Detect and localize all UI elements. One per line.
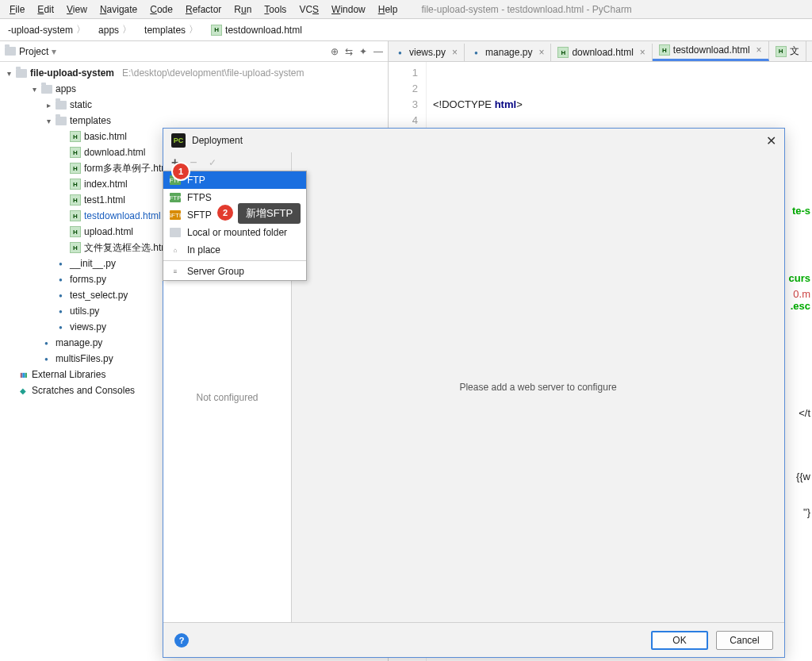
editor-tab[interactable]: manage.py× [465, 44, 551, 61]
html-file-icon: H [211, 25, 222, 36]
chevron-right-icon: 〉 [189, 23, 198, 37]
editor-tab-strip: views.py×manage.py×Hdownload.html×Htestd… [389, 41, 812, 62]
expand-arrow-icon[interactable]: ▾ [5, 69, 13, 78]
menu-window[interactable]: Window [327, 2, 370, 17]
hide-icon[interactable]: — [373, 46, 383, 57]
menu-view[interactable]: View [62, 2, 92, 17]
python-file-icon [56, 321, 67, 332]
project-header-title: Project [19, 46, 48, 57]
tree-item-label: __init__.py [70, 258, 116, 269]
folder-icon [41, 85, 52, 94]
close-icon[interactable]: ✕ [766, 133, 776, 148]
ok-button[interactable]: OK [651, 631, 708, 650]
tab-label: 文 [790, 44, 799, 58]
html-file-icon: H [776, 46, 787, 57]
tree-item-label: multisFiles.py [56, 353, 113, 364]
project-icon [5, 47, 16, 56]
menu-item-server-group[interactable]: ≡Server Group [163, 263, 306, 280]
pycharm-icon: PC [171, 133, 186, 148]
tree-item-label: index.html [84, 179, 128, 190]
python-file-icon [56, 258, 67, 269]
dropdown-arrow-icon[interactable]: ▾ [52, 46, 56, 57]
menu-help[interactable]: Help [373, 2, 403, 17]
tree-item-label: 文件复选框全选.html [84, 241, 171, 255]
html-file-icon: H [70, 194, 81, 206]
menu-refactor[interactable]: Refactor [181, 2, 226, 17]
tree-item-label: download.html [84, 147, 145, 158]
folder-icon [16, 69, 27, 78]
python-file-icon [395, 47, 406, 58]
python-file-icon [56, 274, 67, 285]
tree-item[interactable]: ▾apps [0, 81, 388, 97]
tree-item-label: views.py [70, 321, 106, 332]
crumb-root[interactable]: -upload-system〉 [3, 21, 90, 38]
tab-label: views.py [409, 47, 446, 58]
add-server-type-menu[interactable]: FTPFTP FTPFTPS SFTPSFTP Local or mounted… [163, 171, 307, 281]
crumb-templates[interactable]: templates〉 [140, 21, 203, 38]
cancel-button[interactable]: Cancel [716, 631, 773, 650]
breadcrumb: -upload-system〉 apps〉 templates〉 Htestdo… [0, 19, 812, 41]
remove-server-button[interactable]: − [190, 156, 197, 170]
collapse-all-icon[interactable]: ⇆ [345, 46, 353, 57]
apply-button[interactable]: ✓ [209, 157, 216, 168]
code-fragment: {{w [796, 471, 810, 482]
html-file-icon: H [659, 44, 670, 56]
main-menu-bar: File Edit View Navigate Code Refactor Ru… [0, 0, 812, 19]
home-icon: ⌂ [170, 245, 181, 255]
python-file-icon [41, 337, 52, 348]
html-file-icon: H [70, 242, 81, 253]
annotation-badge-1: 1 [173, 163, 189, 179]
dialog-titlebar: PC Deployment ✕ [163, 129, 784, 152]
chevron-right-icon: 〉 [122, 23, 132, 37]
tree-item-label: apps [56, 83, 76, 94]
project-header: Project ▾ ⊕ ⇆ ✦ — [0, 41, 388, 62]
dialog-footer: ? OK Cancel [163, 622, 784, 657]
close-tab-icon[interactable]: × [640, 47, 645, 58]
settings-gear-icon[interactable]: ✦ [359, 46, 367, 57]
menu-run[interactable]: Run [229, 2, 256, 17]
close-tab-icon[interactable]: × [452, 47, 458, 58]
html-file-icon: H [70, 147, 81, 158]
tree-root[interactable]: ▾ file-upload-system E:\desktop\developm… [0, 65, 388, 81]
menu-code[interactable]: Code [145, 2, 178, 17]
code-fragment: te-s [792, 205, 810, 217]
tree-item-label: External Libraries [32, 369, 105, 380]
python-file-icon [56, 306, 67, 317]
editor-tab[interactable]: views.py× [389, 44, 465, 61]
code-fragment: .esc [791, 300, 810, 312]
menu-separator [163, 260, 306, 261]
html-file-icon: H [70, 226, 81, 237]
close-tab-icon[interactable]: × [756, 44, 762, 56]
html-file-icon: H [70, 163, 81, 174]
python-file-icon [41, 353, 52, 364]
tree-item-label: form多表单例子.html [84, 162, 171, 175]
tree-item[interactable]: ▸static [0, 97, 388, 113]
locate-icon[interactable]: ⊕ [331, 46, 339, 57]
tab-label: testdownload.html [673, 44, 750, 56]
menu-item-inplace[interactable]: ⌂In place [163, 241, 306, 259]
code-fragment: 0.m [793, 288, 810, 300]
editor-tab[interactable]: Htestdownload.html× [653, 41, 769, 61]
tree-item-label: test_select.py [70, 290, 128, 301]
menu-item-local[interactable]: Local or mounted folder [163, 224, 306, 241]
sftp-icon: SFTP [170, 210, 181, 220]
help-icon[interactable]: ? [174, 633, 189, 648]
menu-navigate[interactable]: Navigate [95, 2, 142, 17]
menu-edit[interactable]: Edit [33, 2, 59, 17]
close-tab-icon[interactable]: × [538, 47, 544, 58]
menu-tools[interactable]: Tools [259, 2, 291, 17]
library-icon [17, 369, 29, 380]
editor-tab[interactable]: H文 [769, 41, 806, 61]
menu-vcs[interactable]: VCS [294, 2, 324, 17]
menu-file[interactable]: File [5, 2, 29, 17]
html-file-icon: H [70, 179, 81, 190]
expand-arrow-icon[interactable]: ▾ [44, 117, 52, 125]
tree-item[interactable]: ▾templates [0, 113, 388, 129]
crumb-apps[interactable]: apps〉 [94, 21, 136, 38]
expand-arrow-icon[interactable]: ▾ [30, 85, 38, 94]
dialog-title-text: Deployment [192, 135, 243, 146]
code-fragment: curs [789, 272, 810, 284]
crumb-file[interactable]: Htestdownload.html [206, 23, 307, 37]
expand-arrow-icon[interactable]: ▸ [44, 101, 52, 110]
editor-tab[interactable]: Hdownload.html× [551, 44, 652, 61]
